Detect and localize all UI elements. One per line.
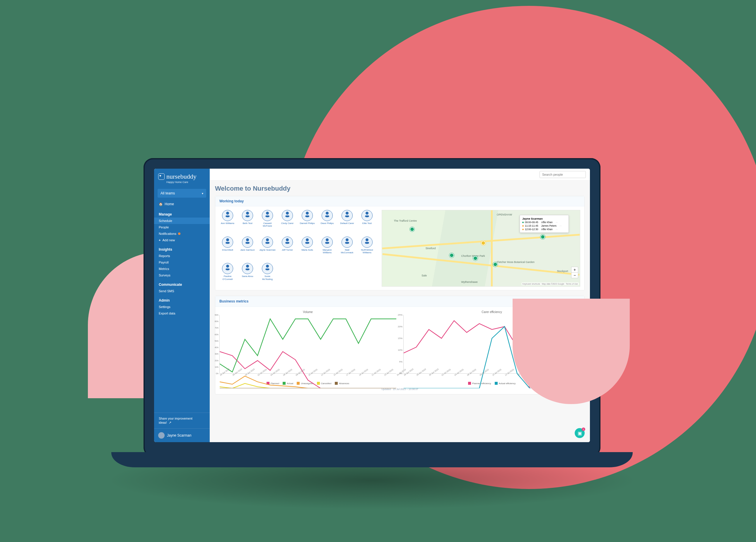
map-pin-icon[interactable] [449,253,454,258]
chart-volume: Volume0h10h20h30h40h50h60h70h80h90h26 Ju… [219,310,396,385]
map-label: The Trafford Centre [394,219,417,222]
nav-section-admin: Admin [154,294,210,304]
nav-metrics[interactable]: Metrics [154,266,210,272]
carer-name: Jeff Turner [282,249,293,251]
carer-item[interactable]: Maryann Williams [319,237,335,260]
carer-item[interactable]: Beth Test [239,210,256,234]
plus-icon: + [159,238,161,242]
avatar-icon [282,237,293,248]
map-tooltip: Jayne Scarman 09:00-09:45 Alfie Khan ···… [520,215,569,233]
carer-name: Ann Williams [221,222,234,225]
carer-item[interactable]: Sana Abou [239,263,256,287]
chart-title: Volume [219,310,396,313]
carer-name: Beth Test [243,222,252,225]
avatar-icon [262,210,273,221]
current-user-name: Jayne Scarman [167,433,191,437]
nav-add-new[interactable]: +Add new [154,237,210,243]
carer-name: Susie McTesting [259,275,276,280]
chevron-down-icon: ▾ [202,192,203,195]
carer-item[interactable]: Pauline O'Connell [219,263,236,287]
carer-item[interactable]: NURSEtest Williams [359,237,375,260]
search-input[interactable]: Search people [540,171,586,178]
sidebar: nursebuddy Happy Home Care All teams ▾ H… [154,169,210,442]
carer-item[interactable]: Niall McCormack [339,237,355,260]
avatar-icon [242,263,253,274]
carer-item[interactable]: Ann Williams [219,210,236,234]
map-label: Wythenshawe [461,280,477,283]
avatar-icon [342,210,353,221]
avatar-icon [342,237,353,248]
chat-fab-button[interactable]: ▣ 1 [575,428,585,438]
map-pin-selected-icon[interactable] [481,241,486,246]
map-attribution: Keyboard shortcuts · Map data ©2023 Goog… [522,282,579,285]
brand-block: nursebuddy Happy Home Care [154,169,210,187]
avatar-icon [302,237,313,248]
carer-name: Irma Elliott [222,249,233,251]
notification-dot-icon [178,233,180,235]
carer-item[interactable]: Dave Philips [319,210,335,234]
map-label: Stretford [426,247,436,250]
avatar-icon [222,237,233,248]
nav-people[interactable]: People [154,224,210,231]
map-label: Stockport [557,270,568,272]
brand-tagline: Happy Home Care [166,181,206,184]
carer-item[interactable]: Darnell Philips [299,210,315,234]
carer-item[interactable]: Irma Elliott [219,237,236,260]
improvement-link[interactable]: Share your improvement ideas! ↗ [154,412,210,428]
zoom-in-button[interactable]: + [571,267,578,272]
nav-schedule[interactable]: Schedule [154,218,210,224]
nav-surveys[interactable]: Surveys [154,272,210,278]
team-selector-label: All teams [161,191,175,195]
carer-name: Darnell Philips [300,222,315,225]
nav-settings[interactable]: Settings [154,304,210,310]
carer-item[interactable]: Caswell McFrane [259,210,276,234]
map-pin-icon[interactable] [410,227,414,232]
carer-name: Ellie Test [362,222,372,225]
carer-item[interactable]: Susie McTesting [259,263,276,287]
carer-item[interactable]: Default Carer [339,210,355,234]
avatar-icon [282,210,293,221]
external-link-icon: ↗ [169,421,171,424]
carer-item[interactable]: Jayne Scarman [259,237,276,260]
nav-export-data[interactable]: Export data [154,310,210,316]
map[interactable]: The Trafford Centre Stretford Sale Stock… [382,210,580,287]
nav-notifications[interactable]: Notifications [154,231,210,237]
avatar-icon [262,237,273,248]
map-pin-icon[interactable] [540,235,545,239]
map-pin-icon[interactable] [473,256,478,261]
carer-grid: Ann WilliamsBeth TestCaswell McFraneCind… [219,210,375,287]
carer-item[interactable]: Ellie Test [359,210,375,234]
carer-item[interactable]: Jack Garrison [239,237,256,260]
map-label: OPENSHAW [497,213,512,216]
topbar: Search people [210,169,590,181]
carer-item[interactable]: Cindy Carer [279,210,296,234]
nav-send-sms[interactable]: Send SMS [154,288,210,294]
nav-home[interactable]: Home [154,200,210,208]
carer-item[interactable]: Maria Solis [299,237,315,260]
map-zoom-controls: + − [571,267,578,278]
carer-name: Niall McCormack [339,249,355,254]
nav-payroll[interactable]: Payroll [154,259,210,266]
chat-badge: 1 [582,427,585,431]
carer-name: Maryann Williams [319,249,335,254]
carer-name: Jack Garrison [240,249,255,251]
team-selector[interactable]: All teams ▾ [158,189,206,198]
carer-name: Jayne Scarman [259,249,276,251]
avatar-icon [322,237,333,248]
page-title: Welcome to Nursebuddy [215,185,585,192]
chart-plot-area: 0h10h20h30h40h50h60h70h80h90h [219,315,396,374]
tooltip-title: Jayne Scarman [522,217,543,220]
panel-working-today-header: Working today [215,196,584,207]
avatar-icon [262,263,273,274]
carer-item[interactable]: Jeff Turner [279,237,296,260]
nav-reports[interactable]: Reports [154,253,210,259]
zoom-out-button[interactable]: − [571,272,578,278]
avatar-icon [361,237,373,248]
logo-icon [158,173,165,180]
map-pin-icon[interactable] [493,262,498,267]
carer-name: Maria Solis [301,249,313,251]
nav-section-insights: Insights [154,243,210,253]
avatar-icon [361,210,373,221]
current-user[interactable]: Jayne Scarman [154,428,210,442]
nav-section-communicate: Communicate [154,278,210,288]
